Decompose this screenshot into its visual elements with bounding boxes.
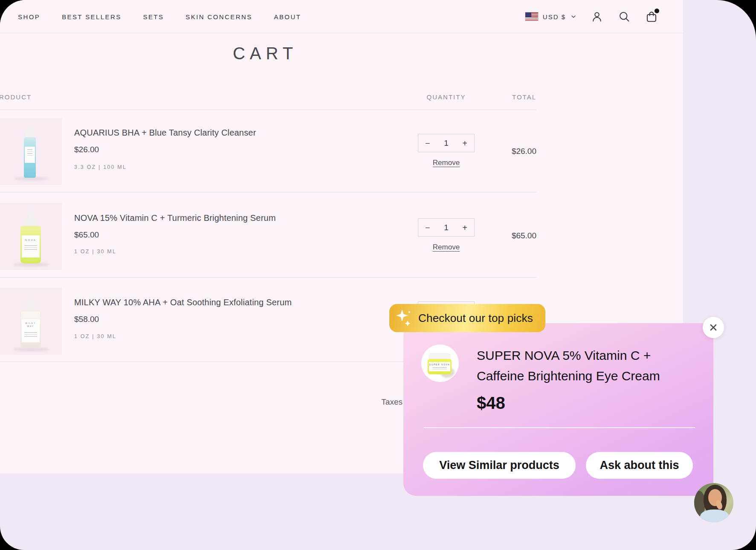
bottle-pump xyxy=(27,127,33,130)
quantity-value: 1 xyxy=(444,223,449,232)
view-similar-button[interactable]: View Similar products xyxy=(423,452,576,479)
remove-link[interactable]: Remove xyxy=(418,243,475,252)
item-name[interactable]: AQUARIUS BHA + Blue Tansy Clarity Cleans… xyxy=(74,128,256,138)
close-icon xyxy=(709,323,718,332)
bag-badge-dot xyxy=(655,9,659,13)
us-flag-icon xyxy=(525,12,539,21)
header-actions: USD $ xyxy=(525,0,659,33)
bottle-pump-stem xyxy=(29,213,32,218)
assistant-product-price: $48 xyxy=(477,394,505,413)
bottle-body: NOVA xyxy=(20,226,41,263)
nav-item-about[interactable]: ABOUT xyxy=(274,13,301,20)
item-size: 3.3 OZ | 100 ML xyxy=(74,164,127,170)
decrease-quantity-button[interactable]: − xyxy=(425,139,430,148)
app-window: SHOP BEST SELLERS SETS SKIN CONCERNS ABO… xyxy=(0,0,756,550)
item-price: $58.00 xyxy=(74,315,99,324)
jar-lid xyxy=(429,353,451,359)
page-title: CART xyxy=(0,44,536,63)
ask-about-this-button[interactable]: Ask about this xyxy=(586,452,693,479)
item-name[interactable]: NOVA 15% Vitamin C + Turmeric Brightenin… xyxy=(74,213,276,223)
decrease-quantity-button[interactable]: − xyxy=(425,223,430,232)
divider xyxy=(0,192,536,192)
sparkles-icon xyxy=(396,309,413,327)
nav-item-shop[interactable]: SHOP xyxy=(18,13,40,20)
column-header-quantity: QUANTITY xyxy=(418,93,475,101)
bottle-collar xyxy=(25,303,37,311)
chevron-down-icon xyxy=(570,13,577,20)
avatar-shirt xyxy=(700,509,729,522)
search-button[interactable] xyxy=(617,9,631,24)
nav-item-sets[interactable]: SETS xyxy=(143,13,164,20)
top-picks-badge[interactable]: Checkout our top picks xyxy=(389,304,545,332)
row-total: $65.00 xyxy=(478,231,536,240)
column-header-total: TOTAL xyxy=(490,93,536,101)
close-assistant-button[interactable] xyxy=(703,317,724,338)
top-picks-badge-label: Checkout our top picks xyxy=(418,312,533,325)
taxes-label: Taxes xyxy=(350,397,403,407)
nav-item-best-sellers[interactable]: BEST SELLERS xyxy=(62,13,121,20)
site-header: SHOP BEST SELLERS SETS SKIN CONCERNS ABO… xyxy=(0,0,683,33)
quantity-value: 1 xyxy=(444,139,449,148)
main-nav: SHOP BEST SELLERS SETS SKIN CONCERNS ABO… xyxy=(18,0,301,33)
cart-bag-button[interactable] xyxy=(644,9,659,24)
product-image-milky-way[interactable]: MILKY WAY xyxy=(0,288,62,355)
currency-selector[interactable]: USD $ xyxy=(525,12,577,21)
jar-label: SUPER NOVA xyxy=(429,362,450,371)
row-total: $26.00 xyxy=(478,147,536,156)
assistant-avatar[interactable] xyxy=(694,483,733,522)
item-name[interactable]: MILKY WAY 10% AHA + Oat Soothing Exfolia… xyxy=(74,298,292,307)
jar-body: SUPER NOVA xyxy=(428,359,452,374)
product-image-aquarius[interactable] xyxy=(0,118,62,185)
increase-quantity-button[interactable]: + xyxy=(462,223,467,232)
increase-quantity-button[interactable]: + xyxy=(462,139,467,148)
column-header-product: PRODUCT xyxy=(0,93,32,101)
currency-label: USD $ xyxy=(543,13,566,20)
quantity-stepper: − 1 + xyxy=(418,134,475,152)
bottle-body xyxy=(24,137,36,178)
search-icon xyxy=(618,11,630,23)
assistant-product-name: SUPER NOVA 5% Vitamin C + Caffeine Brigh… xyxy=(477,345,685,386)
quantity-stepper: − 1 + xyxy=(418,218,475,237)
account-button[interactable] xyxy=(590,9,604,24)
item-price: $65.00 xyxy=(74,230,99,240)
assistant-product-image[interactable]: SUPER NOVA xyxy=(421,344,459,382)
divider xyxy=(0,277,536,278)
card-divider xyxy=(423,427,695,428)
bottle-label: MILKY WAY xyxy=(22,319,40,342)
item-price: $26.00 xyxy=(74,145,99,154)
bottle-pump-stem xyxy=(29,298,32,303)
item-size: 1 OZ | 30 ML xyxy=(74,333,116,339)
bottle-label xyxy=(25,147,35,163)
nav-item-skin-concerns[interactable]: SKIN CONCERNS xyxy=(185,13,252,20)
bottle-body: MILKY WAY xyxy=(20,311,41,348)
product-image-nova[interactable]: NOVA xyxy=(0,203,62,270)
bottle-label: NOVA xyxy=(22,235,40,258)
bottle-cap xyxy=(26,130,34,137)
person-icon xyxy=(591,11,603,23)
divider xyxy=(0,110,536,110)
bottle-collar xyxy=(25,218,37,226)
remove-link[interactable]: Remove xyxy=(418,159,475,167)
item-size: 1 OZ | 30 ML xyxy=(74,249,116,255)
